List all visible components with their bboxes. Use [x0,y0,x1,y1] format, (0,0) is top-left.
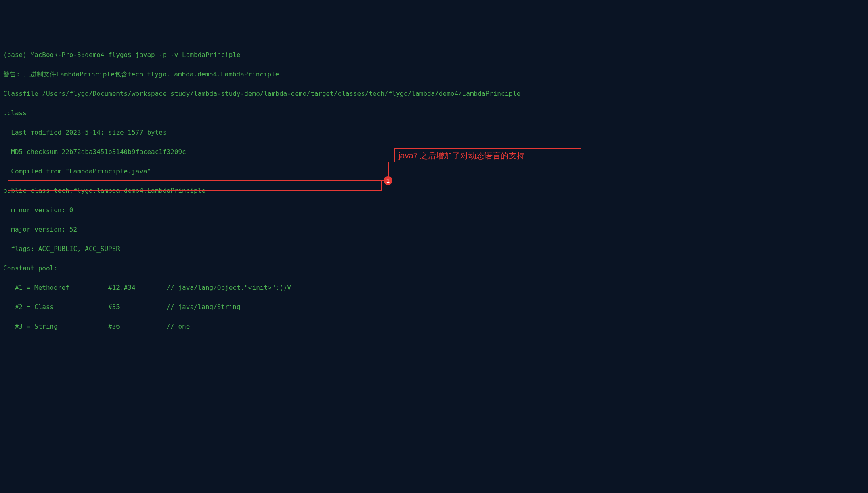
terminal-line: #3 = String #36 // one [3,322,583,331]
terminal-line: minor version: 0 [3,205,583,215]
terminal-line: MD5 checksum 22b72dba3451b3140b9faceac1f… [3,147,583,157]
terminal-line: .class [3,108,583,118]
terminal-line: flags: ACC_PUBLIC, ACC_SUPER [3,244,583,254]
terminal-output: (base) MacBook-Pro-3:demo4 flygo$ javap … [3,40,583,334]
terminal-line: Compiled from "LambdaPrinciple.java" [3,166,583,176]
terminal-line: Classfile /Users/flygo/Documents/workspa… [3,89,583,99]
terminal-line: public class tech.flygo.lambda.demo4.Lam… [3,186,583,196]
terminal-line: Constant pool: [3,263,583,273]
terminal-line: #1 = Methodref #12.#34 // java/lang/Obje… [3,283,583,293]
terminal-line: #2 = Class #35 // java/lang/String [3,302,583,312]
terminal-line: major version: 52 [3,225,583,234]
terminal-line: 警告: 二进制文件LambdaPrinciple包含tech.flygo.lam… [3,70,583,79]
terminal-line: (base) MacBook-Pro-3:demo4 flygo$ javap … [3,50,583,60]
terminal-line: Last modified 2023-5-14; size 1577 bytes [3,128,583,137]
